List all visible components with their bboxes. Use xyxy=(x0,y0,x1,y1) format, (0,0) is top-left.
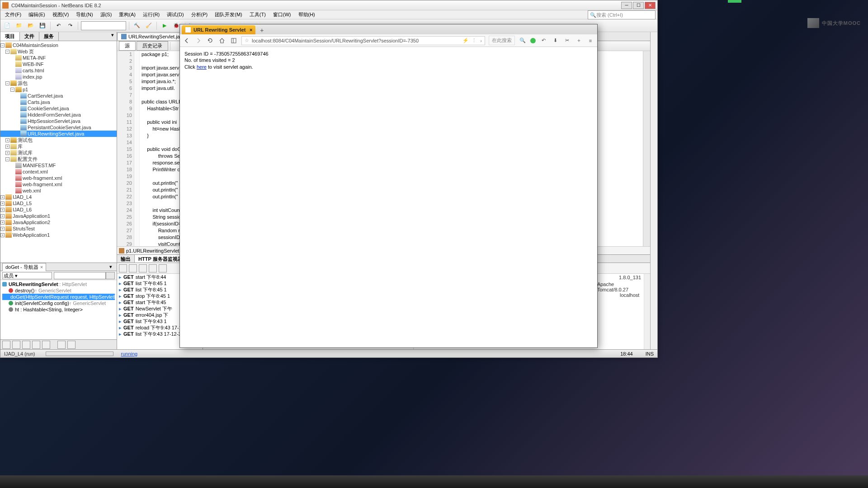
menu-item[interactable]: 视图(V) xyxy=(50,10,72,19)
star-icon[interactable]: ☆ xyxy=(245,38,249,43)
search-input[interactable]: 🔍 搜索 (Ctrl+I) xyxy=(588,10,656,19)
navigator-dropdown-button[interactable]: ▾ xyxy=(107,264,115,270)
build-button[interactable]: 🔨 xyxy=(132,21,142,31)
nav-btn-2[interactable] xyxy=(12,341,20,349)
menu-item[interactable]: 调试(D) xyxy=(164,10,186,19)
tree-node[interactable]: web.xml xyxy=(0,188,117,194)
browser-sidebar-button[interactable] xyxy=(230,37,238,45)
tree-toggle[interactable]: + xyxy=(0,208,5,212)
tree-node[interactable]: web-fragment.xml xyxy=(0,175,117,181)
tree-toggle[interactable]: − xyxy=(5,157,9,161)
nav-class-row[interactable]: URLRewritingServlet :: HttpServlet xyxy=(2,281,115,287)
browser-reload-button[interactable] xyxy=(206,37,214,45)
menu-item[interactable]: 文件(F) xyxy=(2,10,24,19)
tree-node[interactable]: −p1 xyxy=(0,86,117,93)
project-tree[interactable]: −C04MaintainSession−Web 页META-INFWEB-INF… xyxy=(0,41,117,263)
nav-btn-7[interactable] xyxy=(67,341,75,349)
browser-cut-icon[interactable]: ✂ xyxy=(563,37,571,45)
tree-node[interactable]: −Web 页 xyxy=(0,48,117,55)
new-project-button[interactable]: 📁 xyxy=(14,21,24,31)
os-taskbar[interactable] xyxy=(0,475,868,488)
tree-toggle[interactable]: + xyxy=(0,233,5,237)
menu-item[interactable]: 工具(T) xyxy=(247,10,269,19)
tree-node[interactable]: HttpSessionServlet.java xyxy=(0,118,117,124)
tree-node[interactable]: +JavaApplication2 xyxy=(0,219,117,225)
tree-node[interactable]: MANIFEST.MF xyxy=(0,162,117,169)
project-tab[interactable]: 服务 xyxy=(39,32,59,41)
undo-button[interactable]: ↶ xyxy=(53,21,63,31)
tree-node[interactable]: +测试库 xyxy=(0,150,117,156)
menu-item[interactable]: 帮助(H) xyxy=(296,10,318,19)
maximize-button[interactable]: ☐ xyxy=(633,2,644,9)
menu-item[interactable]: 分析(P) xyxy=(189,10,211,19)
nav-btn-6[interactable] xyxy=(57,341,66,349)
menu-item[interactable]: 导航(N) xyxy=(73,10,95,19)
tree-node[interactable]: web-fragment.xml xyxy=(0,181,117,188)
page-here-link[interactable]: here xyxy=(197,64,207,70)
clean-build-button[interactable]: 🧹 xyxy=(144,21,154,31)
tree-toggle[interactable]: − xyxy=(5,50,9,54)
tree-toggle[interactable]: + xyxy=(0,227,5,231)
addr-dropdown-icon[interactable]: ⋮ xyxy=(472,38,476,43)
tree-node[interactable]: −配置文件 xyxy=(0,156,117,162)
browser-search-icon[interactable]: 🔍 xyxy=(519,37,527,45)
tree-node[interactable]: +IJAD_L6 xyxy=(0,206,117,213)
browser-search-hint[interactable]: 在此搜索 xyxy=(489,36,515,45)
tree-toggle[interactable]: + xyxy=(0,195,5,199)
tree-toggle[interactable]: + xyxy=(5,151,9,155)
navigator-tab[interactable]: doGet - 导航器× xyxy=(2,263,46,271)
menu-item[interactable]: 重构(A) xyxy=(116,10,138,19)
browser-home-button[interactable] xyxy=(218,37,226,45)
nav-btn-4[interactable] xyxy=(32,341,40,349)
source-view-tab[interactable]: 源 xyxy=(119,41,136,51)
tree-toggle[interactable]: − xyxy=(5,81,9,85)
tree-node[interactable]: HiddenFormServlet.java xyxy=(0,112,117,118)
navigator-filter-button[interactable] xyxy=(106,272,115,279)
browser-back-button[interactable] xyxy=(183,37,191,45)
navigator-tree[interactable]: URLRewritingServlet :: HttpServletdestro… xyxy=(0,280,117,339)
status-running-link[interactable]: running xyxy=(121,351,137,357)
tree-node[interactable]: +IJAD_L5 xyxy=(0,200,117,206)
open-button[interactable]: 📂 xyxy=(26,21,36,31)
history-view-tab[interactable]: 历史记录 xyxy=(137,41,168,51)
tree-toggle[interactable]: + xyxy=(5,138,9,142)
tree-node[interactable]: +StrutsTest xyxy=(0,225,117,232)
nav-btn-3[interactable] xyxy=(22,341,30,349)
browser-menu-icon[interactable]: ≡ xyxy=(586,37,594,45)
minimize-button[interactable]: ─ xyxy=(621,2,632,9)
editor-tab-urlrewriting[interactable]: URLRewritingServlet.java xyxy=(117,33,189,40)
tree-node[interactable]: +测试包 xyxy=(0,137,117,143)
run-button[interactable]: ▶ xyxy=(160,21,170,31)
tree-toggle[interactable]: + xyxy=(0,221,5,225)
menu-item[interactable]: 编辑(E) xyxy=(26,10,48,19)
project-tab[interactable]: 文件 xyxy=(20,32,39,41)
browser-forward-button[interactable] xyxy=(194,37,203,45)
tree-node[interactable]: index.jsp xyxy=(0,74,117,80)
nav-member-row[interactable]: init(ServletConfig config) ↑ GenericServ… xyxy=(2,300,115,306)
browser-plus-icon[interactable]: ＋ xyxy=(575,37,583,45)
tree-node[interactable]: URLRewritingServlet.java xyxy=(0,131,117,137)
reader-icon[interactable]: ⚡ xyxy=(462,38,469,43)
monitor-scrollbar[interactable] xyxy=(644,274,650,349)
nav-member-row[interactable]: destroy() ↑ GenericServlet xyxy=(2,287,115,294)
close-button[interactable]: ✕ xyxy=(645,2,656,9)
menu-item[interactable]: 团队开发(M) xyxy=(212,10,245,19)
menu-item[interactable]: 运行(R) xyxy=(140,10,162,19)
monitor-btn-3[interactable] xyxy=(139,264,147,272)
navigator-mode-select[interactable]: 成员 ▾ xyxy=(2,272,52,279)
browser-tab-active[interactable]: URL Rewriting Servlet × xyxy=(182,25,255,34)
tree-node[interactable]: WEB-INF xyxy=(0,61,117,67)
project-tabs-dropdown[interactable]: ▾ xyxy=(108,32,117,41)
menu-item[interactable]: 源(S) xyxy=(98,10,115,19)
tree-toggle[interactable]: + xyxy=(0,202,5,206)
navigator-filter-input[interactable] xyxy=(54,272,106,279)
browser-address-bar[interactable]: ☆ localhost:8084/C04MaintainSession/URLR… xyxy=(241,36,485,45)
tree-node[interactable]: META-INF xyxy=(0,55,117,61)
tree-node[interactable]: +JavaApplication1 xyxy=(0,213,117,219)
nav-member-row[interactable]: doGet(HttpServletRequest request, HttpSe… xyxy=(2,294,115,300)
tree-node[interactable]: carts.html xyxy=(0,67,117,74)
tree-node[interactable]: +WebApplication1 xyxy=(0,232,117,238)
editor-scrollbar[interactable] xyxy=(643,51,650,246)
menu-item[interactable]: 窗口(W) xyxy=(270,10,294,19)
fold-strip[interactable] xyxy=(134,51,140,246)
